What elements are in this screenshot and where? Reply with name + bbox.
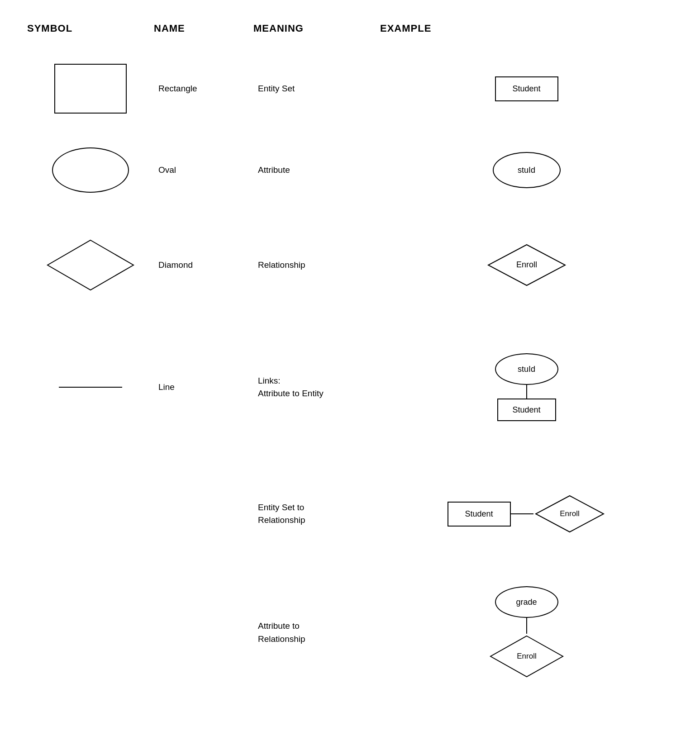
table-row-rectangle: Rectangle Entity Set Student [27, 52, 673, 125]
line-example-oval-label: stuId [518, 365, 535, 374]
meaning-rectangle: Entity Set [253, 84, 380, 94]
attr-rel-connector [526, 618, 527, 634]
attr-rel-oval: grade [495, 586, 558, 618]
example-oval: stuId [380, 143, 673, 197]
meaning-line-2: Attribute to Entity [258, 387, 324, 400]
meaning-attr-rel-text: Attribute to Relationship [258, 620, 305, 645]
symbol-empty-2 [27, 624, 154, 642]
table-header: SYMBOL NAME MEANING EXAMPLE [27, 18, 673, 39]
example-oval-shape: stuId [493, 152, 561, 188]
meaning-attr-rel-2: Relationship [258, 633, 305, 646]
spacer-1 [27, 460, 673, 478]
name-diamond: Diamond [154, 260, 253, 270]
symbol-oval [27, 138, 154, 202]
meaning-attr-rel: Attribute to Relationship [253, 620, 380, 645]
attr-rel-diamond-svg: Enroll [488, 634, 565, 679]
line-example-rect-label: Student [512, 405, 540, 415]
table-row-attr-rel: Attribute to Relationship grade Enroll [27, 577, 673, 688]
example-attr-rel: grade Enroll [380, 577, 673, 688]
col-example-header: EXAMPLE [380, 18, 673, 39]
meaning-entity-rel-2: Relationship [258, 514, 305, 527]
symbol-rectangle [27, 55, 154, 123]
symbol-diamond [27, 229, 154, 301]
name-line: Line [154, 382, 253, 392]
meaning-line: Links: Attribute to Entity [253, 375, 380, 400]
meaning-line-1: Links: [258, 375, 324, 388]
symbol-empty-1 [27, 505, 154, 523]
meaning-entity-rel: Entity Set to Relationship [253, 501, 380, 527]
svg-text:Enroll: Enroll [517, 652, 536, 660]
col-symbol-header: SYMBOL [27, 18, 154, 39]
line-example-diagram: stuId Student [495, 353, 558, 421]
example-rectangle: Student [380, 67, 673, 110]
example-line: stuId Student [380, 344, 673, 430]
name-rectangle: Rectangle [154, 84, 253, 94]
diamond-shape-svg [45, 238, 136, 292]
rectangle-shape [54, 64, 127, 114]
table-row-oval: Oval Attribute stuId [27, 134, 673, 206]
entity-rel-rect-label: Student [465, 509, 493, 519]
line-example-rectangle: Student [497, 399, 556, 421]
line-shape [59, 387, 122, 388]
example-diamond: Enroll [380, 233, 673, 297]
attr-rel-diagram: grade Enroll [488, 586, 565, 679]
meaning-entity-rel-1: Entity Set to [258, 501, 305, 514]
spacer-2 [27, 559, 673, 577]
example-rectangle-label: Student [512, 84, 540, 94]
meaning-oval: Attribute [253, 165, 380, 175]
entity-rel-rectangle: Student [448, 502, 511, 527]
entity-rel-diagram: Student Enroll [448, 494, 606, 534]
line-example-connector [526, 385, 527, 399]
col-name-header: NAME [154, 18, 253, 39]
entity-rel-diamond-svg: Enroll [533, 494, 606, 534]
name-oval: Oval [154, 165, 253, 175]
col-meaning-header: MEANING [253, 18, 380, 39]
page: SYMBOL NAME MEANING EXAMPLE Rectangle En… [0, 0, 700, 745]
svg-text:Enroll: Enroll [516, 260, 537, 269]
table-row-diamond: Diamond Relationship Enroll [27, 215, 673, 315]
symbol-line [27, 378, 154, 397]
meaning-diamond: Relationship [253, 260, 380, 270]
meaning-line-text: Links: Attribute to Entity [258, 375, 324, 400]
example-oval-label: stuId [518, 166, 535, 175]
table-row-entity-rel: Entity Set to Relationship Student Enrol… [27, 478, 673, 550]
table-row-line: Line Links: Attribute to Entity stuId St… [27, 324, 673, 451]
line-example-oval: stuId [495, 353, 558, 385]
example-entity-rel: Student Enroll [380, 484, 673, 543]
meaning-attr-rel-1: Attribute to [258, 620, 305, 633]
oval-shape [52, 147, 129, 193]
entity-rel-connector [511, 513, 533, 514]
attr-rel-oval-label: grade [516, 598, 537, 607]
meaning-entity-rel-text: Entity Set to Relationship [258, 501, 305, 527]
svg-text:Enroll: Enroll [560, 509, 579, 518]
svg-marker-0 [48, 240, 133, 290]
example-rectangle-shape: Student [495, 76, 558, 101]
example-diamond-svg: Enroll [486, 242, 567, 288]
